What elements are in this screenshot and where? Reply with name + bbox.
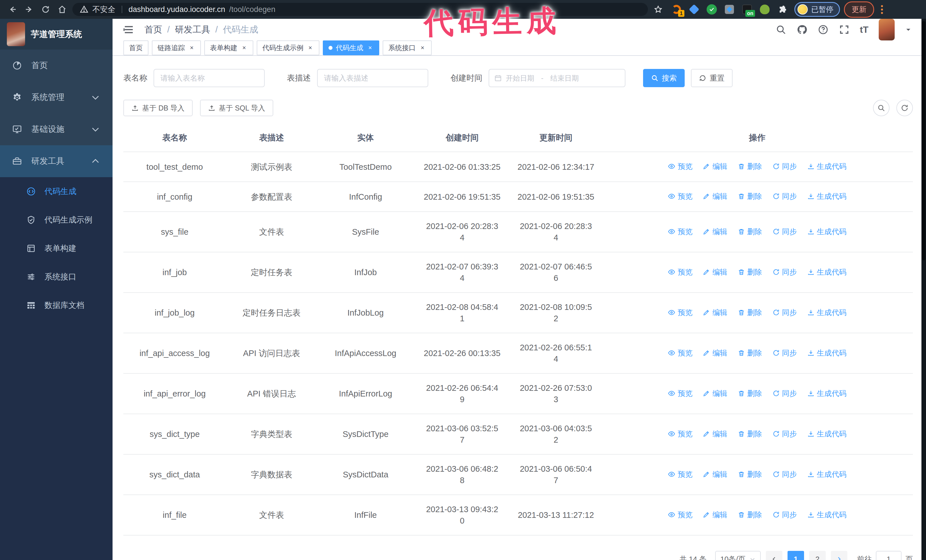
delete-link[interactable]: 删除 — [738, 161, 762, 172]
reload-icon[interactable] — [39, 3, 52, 16]
table-name-input[interactable] — [154, 69, 265, 87]
edit-link[interactable]: 编辑 — [703, 428, 727, 439]
delete-link[interactable]: 删除 — [738, 428, 762, 439]
table-row[interactable]: sys_dict_type 字典类型表 SysDictType 2021-03-… — [123, 414, 913, 454]
bookmark-star-icon[interactable] — [654, 5, 663, 14]
edit-link[interactable]: 编辑 — [703, 190, 727, 202]
delete-link[interactable]: 删除 — [738, 226, 762, 237]
preview-link[interactable]: 预览 — [668, 509, 692, 521]
help-icon[interactable] — [818, 24, 829, 35]
forward-icon[interactable] — [23, 3, 35, 16]
edit-link[interactable]: 编辑 — [703, 226, 727, 237]
sync-link[interactable]: 同步 — [772, 347, 797, 359]
refresh-table-button[interactable] — [896, 100, 913, 116]
edit-link[interactable]: 编辑 — [703, 266, 727, 278]
tab[interactable]: 代码生成 × — [323, 41, 379, 55]
generate-code-link[interactable]: 生成代码 — [807, 307, 846, 318]
delete-link[interactable]: 删除 — [738, 388, 762, 399]
browser-menu-icon[interactable] — [878, 4, 886, 15]
delete-link[interactable]: 删除 — [738, 307, 762, 318]
sidebar-item-dev-tools[interactable]: 研发工具 — [0, 145, 112, 177]
import-sql-button[interactable]: 基于 SQL 导入 — [200, 100, 273, 116]
generate-code-link[interactable]: 生成代码 — [807, 266, 846, 278]
sidebar-item-system[interactable]: 系统管理 — [0, 82, 112, 113]
generate-code-link[interactable]: 生成代码 — [807, 347, 846, 359]
page-size-select[interactable]: 10条/页 — [715, 551, 761, 560]
search-button[interactable]: 搜索 — [643, 69, 685, 87]
table-row[interactable]: inf_file 文件表 InfFile 2021-03-13 09:43:2 … — [123, 495, 913, 535]
preview-link[interactable]: 预览 — [668, 266, 692, 278]
preview-link[interactable]: 预览 — [668, 469, 692, 480]
sync-link[interactable]: 同步 — [772, 428, 797, 439]
sidebar-item-home[interactable]: 首页 — [0, 50, 112, 82]
table-row[interactable]: inf_config 参数配置表 InfConfig 2021-02-06 19… — [123, 182, 913, 211]
delete-link[interactable]: 删除 — [738, 190, 762, 202]
fullscreen-icon[interactable] — [839, 24, 850, 35]
sidebar-subitem-codegen[interactable]: 代码生成 — [0, 177, 112, 206]
extension-gray-icon[interactable] — [724, 4, 735, 15]
table-row[interactable]: inf_job_log 定时任务日志表 InfJobLog 2021-02-08… — [123, 293, 913, 333]
table-row[interactable]: tool_test_demo 测试示例表 ToolTestDemo 2021-0… — [123, 152, 913, 182]
sidebar-subitem-codegen-demo[interactable]: 代码生成示例 — [0, 206, 112, 234]
generate-code-link[interactable]: 生成代码 — [807, 190, 846, 202]
date-range-picker[interactable]: 开始日期 - 结束日期 — [489, 69, 625, 87]
generate-code-link[interactable]: 生成代码 — [807, 428, 846, 439]
breadcrumb-home[interactable]: 首页 — [144, 24, 162, 36]
table-row[interactable]: inf_api_access_log API 访问日志表 InfApiAcces… — [123, 333, 913, 373]
tab-close-icon[interactable]: × — [307, 44, 314, 51]
generate-code-link[interactable]: 生成代码 — [807, 388, 846, 399]
goto-page-input[interactable] — [876, 551, 902, 560]
sidebar-logo-row[interactable]: 芋道管理系统 — [0, 19, 112, 50]
search-icon[interactable] — [776, 24, 787, 35]
extensions-puzzle-icon[interactable] — [777, 4, 788, 15]
generate-code-link[interactable]: 生成代码 — [807, 509, 846, 521]
tab-close-icon[interactable]: × — [241, 44, 248, 51]
toggle-search-button[interactable] — [873, 100, 890, 116]
table-row[interactable]: inf_job 定时任务表 InfJob 2021-02-07 06:39:3 … — [123, 252, 913, 293]
browser-update-button[interactable]: 更新 — [844, 2, 874, 18]
profile-paused-chip[interactable]: 已暂停 — [794, 2, 840, 17]
insecure-warning-icon[interactable] — [80, 5, 88, 14]
tab-close-icon[interactable]: × — [188, 44, 195, 51]
address-bar[interactable]: 不安全 dashboard.yudao.iocoder.cn/tool/code… — [73, 3, 648, 16]
page-scrollbar[interactable] — [921, 19, 926, 560]
preview-link[interactable]: 预览 — [668, 161, 692, 172]
sync-link[interactable]: 同步 — [772, 388, 797, 399]
delete-link[interactable]: 删除 — [738, 509, 762, 521]
edit-link[interactable]: 编辑 — [703, 509, 727, 521]
scrollbar-thumb[interactable] — [922, 21, 925, 260]
sidebar-subitem-db-docs[interactable]: 数据库文档 — [0, 291, 112, 320]
edit-link[interactable]: 编辑 — [703, 307, 727, 318]
collapse-menu-icon[interactable] — [123, 24, 135, 36]
table-row[interactable]: sys_dict_data 字典数据表 SysDictData 2021-03-… — [123, 454, 913, 495]
tab[interactable]: 链路追踪 × — [152, 41, 201, 55]
sync-link[interactable]: 同步 — [772, 190, 797, 202]
sync-link[interactable]: 同步 — [772, 307, 797, 318]
extension-monkey-icon[interactable] — [759, 4, 770, 15]
page-number-button[interactable]: 2 — [809, 551, 826, 560]
tab[interactable]: 表单构建 × — [204, 41, 253, 55]
table-row[interactable]: sys_file 文件表 SysFile 2021-02-06 20:28:3 … — [123, 211, 913, 252]
sync-link[interactable]: 同步 — [772, 469, 797, 480]
generate-code-link[interactable]: 生成代码 — [807, 469, 846, 480]
edit-link[interactable]: 编辑 — [703, 388, 727, 399]
back-icon[interactable] — [6, 3, 19, 16]
generate-code-link[interactable]: 生成代码 — [807, 226, 846, 237]
avatar-caret-icon[interactable] — [905, 26, 912, 33]
preview-link[interactable]: 预览 — [668, 190, 692, 202]
tab[interactable]: 首页 — [123, 41, 148, 55]
extension-check-icon[interactable] — [706, 4, 717, 15]
prev-page-button[interactable] — [766, 551, 782, 560]
user-avatar[interactable] — [879, 19, 895, 41]
delete-link[interactable]: 删除 — [738, 469, 762, 480]
sidebar-subitem-system-api[interactable]: 系统接口 — [0, 263, 112, 291]
preview-link[interactable]: 预览 — [668, 307, 692, 318]
breadcrumb-dev-tools[interactable]: 研发工具 — [175, 24, 210, 36]
edit-link[interactable]: 编辑 — [703, 161, 727, 172]
generate-code-link[interactable]: 生成代码 — [807, 161, 846, 172]
edit-link[interactable]: 编辑 — [703, 469, 727, 480]
extension-orange-icon[interactable]: 1 — [671, 4, 682, 15]
page-number-button[interactable]: 1 — [788, 551, 804, 560]
table-desc-input[interactable] — [317, 69, 428, 87]
extension-dark-icon[interactable]: on — [741, 4, 753, 15]
